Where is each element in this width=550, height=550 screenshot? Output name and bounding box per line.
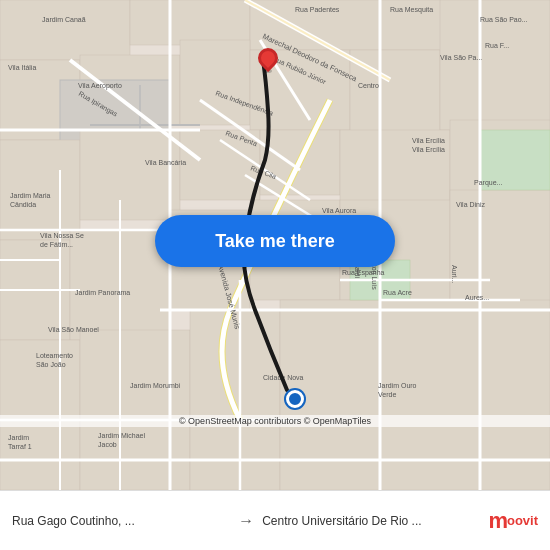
svg-text:Jardim Maria: Jardim Maria [10, 192, 51, 199]
svg-rect-14 [80, 130, 180, 220]
svg-text:Vila Bancária: Vila Bancária [145, 159, 186, 166]
svg-text:Vila Ercília: Vila Ercília [412, 146, 445, 153]
take-me-there-button[interactable]: Take me there [155, 215, 395, 267]
moovit-logo: m oovit [488, 508, 538, 534]
bottom-bar: Rua Gago Coutinho, ... → Centro Universi… [0, 490, 550, 550]
svg-text:Rua Padentes: Rua Padentes [295, 6, 340, 13]
svg-text:Rua São Pao...: Rua São Pao... [480, 16, 528, 23]
svg-text:Loteamento: Loteamento [36, 352, 73, 359]
svg-text:Jardim Michael: Jardim Michael [98, 432, 146, 439]
destination-dot [286, 390, 304, 408]
svg-rect-13 [0, 140, 80, 240]
svg-text:Rua Acre: Rua Acre [383, 289, 412, 296]
arrow-icon: → [238, 512, 254, 530]
svg-text:Jardim Morumbi: Jardim Morumbi [130, 382, 181, 389]
svg-rect-2 [130, 0, 250, 45]
svg-rect-26 [80, 330, 190, 490]
svg-text:Vila Aurora: Vila Aurora [322, 207, 356, 214]
svg-text:de Fátim...: de Fátim... [40, 241, 73, 248]
svg-text:Jardim: Jardim [8, 434, 29, 441]
svg-text:Rua Mesquita: Rua Mesquita [390, 6, 433, 14]
map: Marechal Deodoro da Fonseca Rua Rubião J… [0, 0, 550, 490]
svg-rect-1 [0, 0, 130, 60]
svg-text:Jardim Canaã: Jardim Canaã [42, 16, 86, 23]
to-section: Centro Universitário De Rio ... [262, 514, 480, 528]
svg-text:Vila São Manoel: Vila São Manoel [48, 326, 99, 333]
from-label: Rua Gago Coutinho, ... [12, 514, 135, 528]
logo-m: m [488, 508, 507, 534]
svg-text:Vila Nossa Se: Vila Nossa Se [40, 232, 84, 239]
logo-text: oovit [507, 513, 538, 528]
svg-text:Jacob: Jacob [98, 441, 117, 448]
svg-text:Centro: Centro [358, 82, 379, 89]
svg-text:Auri...: Auri... [451, 265, 458, 283]
svg-text:Rua F...: Rua F... [485, 42, 509, 49]
map-attribution: © OpenStreetMap contributors © OpenMapTi… [0, 415, 550, 427]
svg-text:Jardim Panorama: Jardim Panorama [75, 289, 130, 296]
svg-text:Jardim Ouro: Jardim Ouro [378, 382, 417, 389]
svg-text:São João: São João [36, 361, 66, 368]
svg-text:Tarraf 1: Tarraf 1 [8, 443, 32, 450]
from-section: Rua Gago Coutinho, ... [12, 514, 230, 528]
svg-text:Parque...: Parque... [474, 179, 502, 187]
svg-text:Vila Aeroporto: Vila Aeroporto [78, 82, 122, 90]
svg-text:Vila Ercília: Vila Ercília [412, 137, 445, 144]
svg-text:Cândida: Cândida [10, 201, 36, 208]
svg-text:Vila Diniz: Vila Diniz [456, 201, 486, 208]
svg-text:Verde: Verde [378, 391, 396, 398]
origin-pin [258, 48, 278, 73]
svg-text:Aures...: Aures... [465, 294, 489, 301]
svg-rect-24 [450, 190, 550, 310]
svg-text:Vila Itália: Vila Itália [8, 64, 36, 71]
svg-text:Vila São Pa...: Vila São Pa... [440, 54, 482, 61]
to-label: Centro Universitário De Rio ... [262, 514, 421, 528]
